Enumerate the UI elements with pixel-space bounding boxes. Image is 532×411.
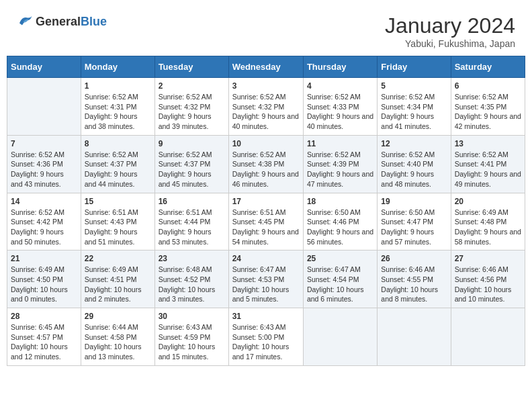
day-info: Sunrise: 6:49 AMSunset: 4:51 PMDaylight:…	[85, 265, 151, 304]
calendar-cell: 27Sunrise: 6:46 AMSunset: 4:56 PMDayligh…	[451, 250, 525, 308]
day-info: Sunrise: 6:52 AMSunset: 4:31 PMDaylight:…	[85, 92, 151, 132]
calendar-cell: 2Sunrise: 6:52 AMSunset: 4:32 PMDaylight…	[154, 78, 228, 136]
calendar-cell	[7, 78, 81, 136]
calendar-cell: 9Sunrise: 6:52 AMSunset: 4:37 PMDaylight…	[154, 135, 228, 193]
calendar-cell: 25Sunrise: 6:47 AMSunset: 4:54 PMDayligh…	[303, 250, 377, 308]
calendar-cell: 19Sunrise: 6:50 AMSunset: 4:47 PMDayligh…	[378, 193, 451, 250]
day-info: Sunrise: 6:50 AMSunset: 4:47 PMDaylight:…	[381, 208, 447, 247]
calendar-day-header: Wednesday	[228, 56, 303, 78]
logo: GeneralBlue	[17, 13, 107, 30]
calendar-day-header: Sunday	[7, 56, 81, 78]
day-number: 2	[159, 81, 225, 91]
day-number: 18	[307, 197, 373, 206]
calendar-cell: 12Sunrise: 6:52 AMSunset: 4:40 PMDayligh…	[378, 135, 451, 193]
calendar-cell: 26Sunrise: 6:46 AMSunset: 4:55 PMDayligh…	[378, 250, 451, 308]
day-info: Sunrise: 6:51 AMSunset: 4:44 PMDaylight:…	[159, 208, 225, 247]
calendar-day-header: Monday	[81, 56, 154, 78]
calendar-table: SundayMondayTuesdayWednesdayThursdayFrid…	[7, 56, 525, 366]
day-info: Sunrise: 6:43 AMSunset: 4:59 PMDaylight:…	[159, 322, 225, 362]
day-info: Sunrise: 6:52 AMSunset: 4:39 PMDaylight:…	[307, 150, 373, 189]
day-info: Sunrise: 6:48 AMSunset: 4:52 PMDaylight:…	[159, 265, 225, 304]
day-info: Sunrise: 6:52 AMSunset: 4:38 PMDaylight:…	[232, 150, 300, 189]
day-number: 3	[232, 81, 300, 91]
day-number: 21	[11, 254, 77, 263]
calendar-cell: 14Sunrise: 6:52 AMSunset: 4:42 PMDayligh…	[7, 193, 81, 250]
calendar-cell: 5Sunrise: 6:52 AMSunset: 4:34 PMDaylight…	[378, 78, 451, 136]
logo-text: GeneralBlue	[36, 15, 107, 29]
day-number: 15	[85, 197, 151, 206]
day-info: Sunrise: 6:46 AMSunset: 4:56 PMDaylight:…	[455, 265, 521, 304]
calendar-cell: 29Sunrise: 6:44 AMSunset: 4:58 PMDayligh…	[81, 308, 154, 366]
day-number: 11	[307, 139, 373, 148]
day-number: 24	[232, 254, 300, 263]
calendar-cell: 3Sunrise: 6:52 AMSunset: 4:32 PMDaylight…	[228, 78, 303, 136]
day-number: 1	[85, 81, 151, 91]
calendar-cell: 11Sunrise: 6:52 AMSunset: 4:39 PMDayligh…	[303, 135, 377, 193]
day-info: Sunrise: 6:52 AMSunset: 4:42 PMDaylight:…	[11, 208, 77, 247]
day-info: Sunrise: 6:52 AMSunset: 4:37 PMDaylight:…	[159, 150, 225, 189]
logo-general: General	[36, 15, 81, 28]
calendar-cell: 17Sunrise: 6:51 AMSunset: 4:45 PMDayligh…	[228, 193, 303, 250]
day-number: 26	[381, 254, 447, 263]
day-info: Sunrise: 6:47 AMSunset: 4:54 PMDaylight:…	[307, 265, 373, 304]
day-info: Sunrise: 6:52 AMSunset: 4:36 PMDaylight:…	[11, 150, 77, 189]
day-number: 28	[11, 312, 77, 321]
day-info: Sunrise: 6:47 AMSunset: 4:53 PMDaylight:…	[232, 265, 300, 304]
day-number: 9	[159, 139, 225, 148]
day-number: 23	[159, 254, 225, 263]
day-info: Sunrise: 6:49 AMSunset: 4:50 PMDaylight:…	[11, 265, 77, 304]
day-number: 13	[455, 139, 521, 148]
calendar-cell: 6Sunrise: 6:52 AMSunset: 4:35 PMDaylight…	[451, 78, 525, 136]
day-info: Sunrise: 6:52 AMSunset: 4:37 PMDaylight:…	[85, 150, 151, 189]
calendar-cell: 18Sunrise: 6:50 AMSunset: 4:46 PMDayligh…	[303, 193, 377, 250]
day-info: Sunrise: 6:50 AMSunset: 4:46 PMDaylight:…	[307, 208, 373, 247]
calendar-cell: 22Sunrise: 6:49 AMSunset: 4:51 PMDayligh…	[81, 250, 154, 308]
calendar-cell: 21Sunrise: 6:49 AMSunset: 4:50 PMDayligh…	[7, 250, 81, 308]
day-number: 6	[455, 81, 521, 91]
calendar-cell: 1Sunrise: 6:52 AMSunset: 4:31 PMDaylight…	[81, 78, 154, 136]
calendar-cell	[378, 308, 451, 366]
calendar-cell: 8Sunrise: 6:52 AMSunset: 4:37 PMDaylight…	[81, 135, 154, 193]
day-info: Sunrise: 6:52 AMSunset: 4:35 PMDaylight:…	[455, 92, 521, 132]
subtitle: Yabuki, Fukushima, Japan	[385, 38, 515, 49]
calendar-cell: 16Sunrise: 6:51 AMSunset: 4:44 PMDayligh…	[154, 193, 228, 250]
calendar-cell: 7Sunrise: 6:52 AMSunset: 4:36 PMDaylight…	[7, 135, 81, 193]
calendar-cell: 15Sunrise: 6:51 AMSunset: 4:43 PMDayligh…	[81, 193, 154, 250]
day-number: 10	[232, 139, 300, 148]
day-info: Sunrise: 6:46 AMSunset: 4:55 PMDaylight:…	[381, 265, 447, 304]
logo-icon	[17, 13, 33, 30]
day-info: Sunrise: 6:52 AMSunset: 4:33 PMDaylight:…	[307, 92, 373, 132]
day-info: Sunrise: 6:52 AMSunset: 4:32 PMDaylight:…	[159, 92, 225, 132]
day-number: 12	[381, 139, 447, 148]
calendar-day-header: Tuesday	[154, 56, 228, 78]
page-header: GeneralBlue January 2024 Yabuki, Fukushi…	[7, 7, 525, 52]
day-info: Sunrise: 6:52 AMSunset: 4:32 PMDaylight:…	[232, 92, 300, 132]
day-number: 7	[11, 139, 77, 148]
main-title: January 2024	[385, 13, 515, 38]
calendar-cell	[303, 308, 377, 366]
calendar-cell: 24Sunrise: 6:47 AMSunset: 4:53 PMDayligh…	[228, 250, 303, 308]
logo-blue: Blue	[81, 15, 107, 28]
calendar-cell: 4Sunrise: 6:52 AMSunset: 4:33 PMDaylight…	[303, 78, 377, 136]
day-number: 19	[381, 197, 447, 206]
calendar-day-header: Friday	[378, 56, 451, 78]
day-number: 31	[232, 312, 300, 321]
day-info: Sunrise: 6:49 AMSunset: 4:48 PMDaylight:…	[455, 208, 521, 247]
day-number: 17	[232, 197, 300, 206]
day-number: 5	[381, 81, 447, 91]
day-info: Sunrise: 6:45 AMSunset: 4:57 PMDaylight:…	[11, 322, 77, 362]
calendar-cell: 30Sunrise: 6:43 AMSunset: 4:59 PMDayligh…	[154, 308, 228, 366]
day-info: Sunrise: 6:52 AMSunset: 4:34 PMDaylight:…	[381, 92, 447, 132]
calendar-cell: 13Sunrise: 6:52 AMSunset: 4:41 PMDayligh…	[451, 135, 525, 193]
day-number: 14	[11, 197, 77, 206]
title-section: January 2024 Yabuki, Fukushima, Japan	[385, 13, 515, 49]
day-number: 20	[455, 197, 521, 206]
calendar-cell: 10Sunrise: 6:52 AMSunset: 4:38 PMDayligh…	[228, 135, 303, 193]
day-info: Sunrise: 6:52 AMSunset: 4:40 PMDaylight:…	[381, 150, 447, 189]
day-number: 27	[455, 254, 521, 263]
day-info: Sunrise: 6:51 AMSunset: 4:45 PMDaylight:…	[232, 208, 300, 247]
calendar-header: SundayMondayTuesdayWednesdayThursdayFrid…	[7, 56, 525, 78]
day-number: 16	[159, 197, 225, 206]
calendar-cell: 28Sunrise: 6:45 AMSunset: 4:57 PMDayligh…	[7, 308, 81, 366]
day-info: Sunrise: 6:43 AMSunset: 5:00 PMDaylight:…	[232, 322, 300, 362]
